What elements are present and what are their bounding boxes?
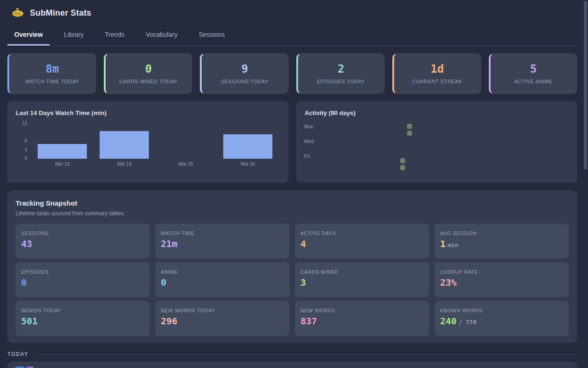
tab-vocabulary[interactable]: Vocabulary bbox=[139, 27, 184, 45]
page: SubMiner Stats OverviewLibraryTrendsVoca… bbox=[0, 0, 588, 368]
tile-value-number: 837 bbox=[300, 316, 317, 327]
watch-time-chart-panel: Last 14 Days Watch Time (min) 03612Mar 1… bbox=[7, 101, 288, 183]
tile-value: 501 bbox=[21, 316, 144, 326]
stat-tile: SESSIONS43 bbox=[16, 224, 150, 259]
tile-value: 0 bbox=[21, 278, 144, 287]
bar bbox=[100, 131, 149, 159]
y-axis-tick: 3 bbox=[13, 147, 27, 152]
tile-label: WORDS TODAY bbox=[21, 308, 144, 313]
tile-value-number: 23% bbox=[440, 277, 457, 288]
x-axis-label: Mar 15 bbox=[161, 161, 210, 167]
tile-value: 1min bbox=[440, 239, 563, 248]
stat-card: 1dCURRENT STREAK bbox=[392, 53, 481, 94]
stat-value: 5 bbox=[530, 63, 537, 75]
stat-value: 1d bbox=[430, 63, 444, 75]
page-title: SubMiner Stats bbox=[30, 8, 91, 18]
tile-label: NEW WORDS TODAY bbox=[161, 308, 284, 313]
tile-value-number: 296 bbox=[161, 316, 177, 327]
tile-value: 23% bbox=[440, 278, 563, 287]
submarine-logo-icon bbox=[12, 8, 24, 18]
tile-value: 4 bbox=[300, 239, 424, 248]
tab-bar: OverviewLibraryTrendsVocabularySessions bbox=[7, 27, 577, 46]
tile-value: 0 bbox=[161, 278, 284, 287]
stat-tile: WORDS TODAY501 bbox=[16, 301, 150, 336]
stat-tile: LOOKUP RATE23% bbox=[435, 262, 569, 297]
stat-label: WATCH TIME TODAY bbox=[25, 79, 79, 84]
chart-title: Last 14 Days Watch Time (min) bbox=[16, 109, 107, 116]
charts-row: Last 14 Days Watch Time (min) 03612Mar 1… bbox=[7, 101, 577, 183]
activity-heatmap-panel: Activity (90 days) MonWedFri bbox=[296, 101, 577, 183]
stat-tile: WATCH TIME21m bbox=[155, 224, 289, 259]
tile-label: ACTIVE DAYS bbox=[300, 230, 424, 236]
tile-value-number: 240 bbox=[440, 316, 457, 327]
heatmap-cell bbox=[407, 131, 412, 136]
tab-trends[interactable]: Trends bbox=[98, 27, 131, 45]
stat-value: 0 bbox=[145, 63, 152, 75]
tile-value: 43 bbox=[21, 239, 144, 248]
stat-label: ACTIVE ANIME bbox=[514, 79, 553, 84]
today-session-card[interactable] bbox=[7, 362, 577, 368]
tile-label: WATCH TIME bbox=[161, 230, 284, 236]
y-axis-tick: 12 bbox=[13, 121, 27, 126]
stat-card: 2EPISODES TODAY bbox=[296, 53, 385, 94]
stat-tile: NEW WORDS TODAY296 bbox=[155, 301, 289, 336]
stat-label: CURRENT STREAK bbox=[412, 79, 462, 84]
stat-card: 9SESSIONS TODAY bbox=[200, 53, 288, 94]
bar bbox=[223, 134, 272, 159]
tile-value-number: 501 bbox=[21, 316, 38, 327]
today-section-label: TODAY bbox=[7, 351, 28, 357]
stat-label: CARDS MINED TODAY bbox=[119, 79, 178, 84]
tab-overview[interactable]: Overview bbox=[7, 27, 50, 46]
stat-value: 9 bbox=[242, 63, 248, 75]
tile-label: NEW WORDS bbox=[300, 308, 424, 313]
heatmap-cell bbox=[400, 158, 405, 163]
x-axis-label: Mar 16 bbox=[223, 161, 272, 167]
scrollbar[interactable] bbox=[584, 1, 587, 170]
tile-label: CARDS MINED bbox=[300, 269, 424, 275]
stat-tile: EPISODES0 bbox=[16, 262, 150, 297]
stat-tile: ACTIVE DAYS4 bbox=[295, 224, 429, 259]
heatmap-title: Activity (90 days) bbox=[305, 109, 356, 116]
today-divider bbox=[34, 354, 577, 355]
tile-value-suffix: / 778 bbox=[458, 319, 476, 326]
tile-label: LOOKUP RATE bbox=[440, 269, 563, 275]
x-axis-label: Mar 14 bbox=[100, 161, 149, 167]
app-header: SubMiner Stats bbox=[7, 6, 577, 20]
y-axis-tick: 6 bbox=[13, 138, 27, 144]
tile-value-number: 1 bbox=[440, 238, 446, 249]
tile-label: KNOWN WORDS bbox=[440, 308, 563, 313]
tile-value-number: 0 bbox=[161, 277, 166, 288]
stat-tile: AVG SESSION1min bbox=[435, 224, 569, 259]
tracking-tile-grid: SESSIONS43WATCH TIME21mACTIVE DAYS4AVG S… bbox=[16, 224, 569, 336]
heatmap-cell bbox=[407, 124, 412, 129]
bar bbox=[38, 144, 87, 159]
heatmap-row-label: Wed bbox=[304, 138, 314, 144]
tile-value-number: 21m bbox=[161, 238, 177, 249]
heatmap-cell bbox=[400, 165, 405, 170]
stat-label: SESSIONS TODAY bbox=[221, 79, 269, 84]
tile-label: SESSIONS bbox=[21, 230, 144, 236]
tile-value-number: 43 bbox=[21, 238, 32, 249]
heatmap-row-label: Mon bbox=[304, 124, 313, 129]
x-axis-label: Mar 13 bbox=[38, 161, 87, 167]
tab-sessions[interactable]: Sessions bbox=[192, 27, 232, 45]
stat-tile: ANIME0 bbox=[155, 262, 289, 297]
stat-label: EPISODES TODAY bbox=[317, 79, 365, 84]
stat-tile: KNOWN WORDS240/ 778 bbox=[435, 301, 569, 336]
tracking-subtitle: Lifetime totals sourced from summary tab… bbox=[16, 210, 569, 217]
tile-value: 837 bbox=[300, 316, 424, 326]
tile-value-number: 3 bbox=[300, 277, 306, 288]
tile-value-number: 4 bbox=[300, 238, 306, 249]
today-section-header: TODAY bbox=[7, 351, 577, 357]
tab-library[interactable]: Library bbox=[57, 27, 90, 45]
stat-card: 8mWATCH TIME TODAY bbox=[7, 53, 96, 94]
stat-tile: CARDS MINED3 bbox=[295, 262, 429, 297]
stat-card: 5ACTIVE ANIME bbox=[489, 53, 577, 94]
stat-tile: NEW WORDS837 bbox=[295, 301, 429, 336]
tile-label: AVG SESSION bbox=[440, 230, 563, 236]
tile-label: ANIME bbox=[161, 269, 284, 275]
y-axis-tick: 0 bbox=[13, 156, 27, 161]
stat-card-row: 8mWATCH TIME TODAY0CARDS MINED TODAY9SES… bbox=[7, 53, 577, 94]
tile-value-suffix: min bbox=[447, 242, 458, 248]
tile-value-number: 0 bbox=[21, 277, 27, 288]
